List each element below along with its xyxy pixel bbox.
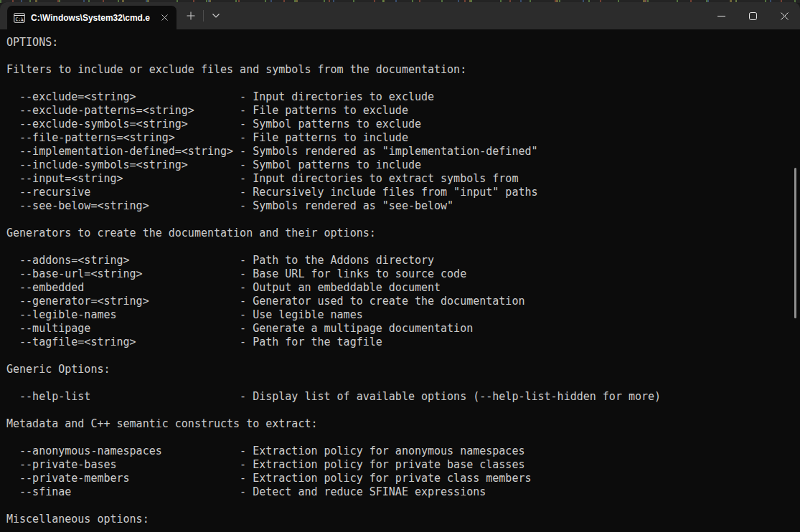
terminal-window: C:\ C:\Windows\System32\cmd.e	[0, 2, 800, 532]
terminal-line: --help-list - Display list of available …	[6, 390, 800, 404]
maximize-icon	[749, 12, 757, 20]
terminal-line	[6, 213, 800, 227]
tab-title: C:\Windows\System32\cmd.e	[31, 13, 158, 23]
tab-close-button[interactable]	[158, 11, 171, 24]
terminal-line: --exclude-symbols=<string> - Symbol patt…	[6, 118, 800, 131]
titlebar[interactable]: C:\ C:\Windows\System32\cmd.e	[0, 2, 800, 29]
terminal-line: --base-url=<string> - Base URL for links…	[6, 267, 800, 281]
terminal-line: --private-bases - Extraction policy for …	[6, 458, 800, 472]
close-button[interactable]	[768, 2, 800, 29]
terminal-line	[6, 77, 800, 90]
terminal-line: --exclude-patterns=<string> - File patte…	[6, 104, 800, 118]
tab-dropdown-button[interactable]	[207, 6, 225, 25]
terminal-line: --anonymous-namespaces - Extraction poli…	[6, 445, 800, 458]
terminal-line: --addons=<string> - Path to the Addons d…	[6, 254, 800, 267]
close-icon	[161, 14, 168, 21]
terminal-line: --file-patterns=<string> - File patterns…	[6, 131, 800, 145]
terminal-line: --implementation-defined=<string> - Symb…	[6, 145, 800, 158]
terminal-line	[6, 499, 800, 513]
terminal-line	[6, 349, 800, 363]
terminal-line: --input=<string> - Input directories to …	[6, 172, 800, 186]
terminal-output: OPTIONS:Filters to include or exclude fi…	[6, 36, 800, 532]
svg-text:C:\: C:\	[15, 16, 24, 22]
terminal-line: --tagfile=<string> - Path for the tagfil…	[6, 336, 800, 349]
minimize-icon	[717, 12, 725, 20]
terminal-line: --multipage - Generate a multipage docum…	[6, 322, 800, 336]
plus-icon	[187, 11, 195, 20]
terminal-viewport[interactable]: OPTIONS:Filters to include or exclude fi…	[0, 29, 800, 532]
terminal-line: --sfinae - Detect and reduce SFINAE expr…	[6, 485, 800, 499]
cmd-icon: C:\	[14, 12, 25, 24]
terminal-line: --recursive - Recursively include files …	[6, 186, 800, 199]
terminal-line	[6, 376, 800, 390]
chevron-down-icon	[212, 14, 220, 18]
scrollbar-thumb[interactable]	[794, 168, 796, 318]
new-tab-button[interactable]	[181, 6, 201, 25]
terminal-line: --exclude=<string> - Input directories t…	[6, 90, 800, 104]
terminal-line: --private-members - Extraction policy fo…	[6, 472, 800, 485]
terminal-line: Generic Options:	[6, 363, 800, 376]
tab-cmd[interactable]: C:\ C:\Windows\System32\cmd.e	[7, 6, 177, 29]
terminal-line: Filters to include or exclude files and …	[6, 63, 800, 77]
close-icon	[781, 12, 789, 20]
terminal-line	[6, 431, 800, 445]
terminal-line: --see-below=<string> - Symbols rendered …	[6, 199, 800, 213]
maximize-button[interactable]	[737, 2, 768, 29]
terminal-line: OPTIONS:	[6, 36, 800, 49]
terminal-line	[6, 49, 800, 63]
terminal-line	[6, 404, 800, 417]
terminal-line	[6, 526, 800, 532]
terminal-line: --include-symbols=<string> - Symbol patt…	[6, 158, 800, 172]
tab-bar-separator	[203, 10, 204, 22]
window-controls	[705, 2, 800, 29]
terminal-line: --legible-names - Use legible names	[6, 308, 800, 322]
terminal-line: Generators to create the documentation a…	[6, 227, 800, 240]
terminal-line: Metadata and C++ semantic constructs to …	[6, 417, 800, 431]
minimize-button[interactable]	[705, 2, 737, 29]
terminal-line	[6, 240, 800, 254]
terminal-line: --generator=<string> - Generator used to…	[6, 295, 800, 308]
terminal-line: --embedded - Output an embeddable docume…	[6, 281, 800, 295]
terminal-line: Miscellaneous options:	[6, 513, 800, 526]
